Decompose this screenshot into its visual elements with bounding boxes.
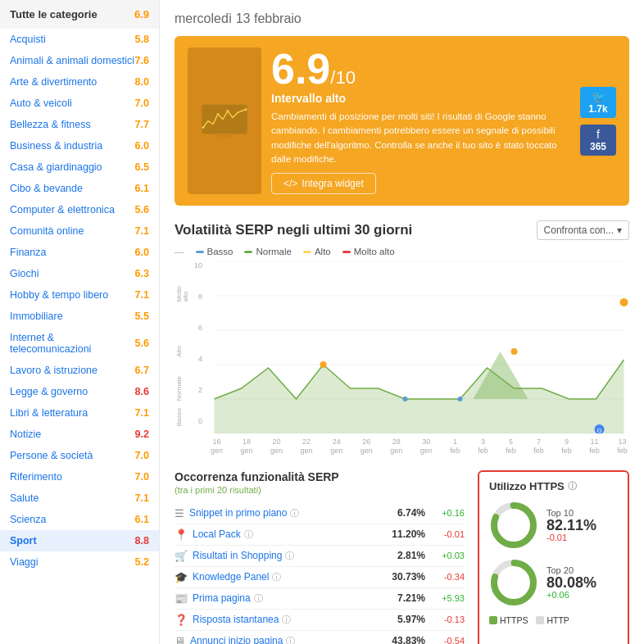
sidebar-item-24[interactable]: Viaggi5.2: [0, 551, 159, 573]
https-box: Utilizzo HTTPS ⓘ Top 10 82.11% -0.01: [478, 470, 629, 644]
https-dot: [489, 616, 497, 624]
twitter-box: 🐦 1.7k: [580, 87, 616, 118]
sidebar-item-score-15: 6.7: [135, 365, 149, 376]
serp-info-icon-5[interactable]: ⓘ: [282, 614, 291, 626]
integrate-widget-button[interactable]: </> Integra widget: [271, 173, 376, 194]
sidebar-item-10[interactable]: Finanza6.0: [0, 242, 159, 263]
y-label-8: 8: [198, 293, 202, 301]
compare-dropdown[interactable]: Confronta con... ▾: [537, 220, 629, 240]
top20-delta: +0.06: [546, 590, 596, 600]
sidebar-item-label-5: Business & industria: [10, 140, 102, 152]
svg-rect-6: [220, 136, 229, 138]
sidebar: Tutte le categorie 6.9 Acquisti5.8Animal…: [0, 0, 160, 644]
facebook-icon: f: [587, 128, 610, 141]
svg-rect-0: [202, 104, 247, 134]
serp-row-name-1[interactable]: Local Pack ⓘ: [193, 528, 375, 541]
sidebar-item-label-15: Lavoro & istruzione: [10, 365, 98, 376]
serp-info-icon-0[interactable]: ⓘ: [290, 507, 299, 519]
score-description: Cambiamenti di posizione per molti siti!…: [271, 110, 570, 166]
sidebar-item-15[interactable]: Lavoro & istruzione6.7: [0, 360, 159, 381]
score-card-main: 6.9/10 Intervallo alto Cambiamenti di po…: [271, 48, 570, 194]
sidebar-item-19[interactable]: Persone & società7.0: [0, 445, 159, 466]
sidebar-item-12[interactable]: Hobby & tempo libero7.1: [0, 284, 159, 306]
sidebar-item-3[interactable]: Auto & veicoli7.0: [0, 93, 159, 114]
sidebar-item-8[interactable]: Computer & elettronica5.6: [0, 199, 159, 220]
sidebar-item-4[interactable]: Bellezza & fitness7.7: [0, 114, 159, 135]
sidebar-item-score-11: 6.3: [135, 268, 149, 279]
sidebar-item-23[interactable]: Sport8.8: [0, 530, 159, 551]
serp-info-icon-6[interactable]: ⓘ: [286, 635, 295, 644]
svg-point-4: [245, 108, 247, 111]
serp-delta-6: -0.54: [430, 636, 465, 644]
serp-row-name-2[interactable]: Risultati in Shopping ⓘ: [193, 550, 375, 562]
sidebar-item-14[interactable]: Internet & telecomunicazioni5.6: [0, 327, 159, 360]
sidebar-item-2[interactable]: Arte & divertimento8.0: [0, 71, 159, 93]
chart-svg: G: [209, 261, 629, 433]
sidebar-item-score-3: 7.0: [135, 98, 149, 109]
legend-molto-alto-dot: [342, 251, 351, 253]
serp-row-name-4[interactable]: Prima pagina ⓘ: [193, 592, 375, 605]
serp-info-icon-1[interactable]: ⓘ: [244, 528, 253, 541]
sidebar-item-18[interactable]: Notizie9.2: [0, 424, 159, 445]
sidebar-item-label-18: Notizie: [10, 429, 41, 440]
serp-delta-5: -0.13: [430, 615, 465, 624]
legend-molto-alto: Molto alto: [342, 247, 395, 256]
sidebar-item-score-8: 5.6: [135, 204, 149, 215]
serp-row-name-3[interactable]: Knowledge Panel ⓘ: [193, 571, 375, 583]
serp-pct-2: 2.81%: [380, 550, 425, 561]
sidebar-item-label-22: Scienza: [10, 514, 46, 525]
sidebar-item-22[interactable]: Scienza6.1: [0, 509, 159, 530]
serp-row-name-5[interactable]: Risposta istantanea ⓘ: [193, 614, 375, 626]
sidebar-item-6[interactable]: Casa & giardinaggio6.5: [0, 156, 159, 178]
sidebar-item-score-19: 7.0: [135, 450, 149, 461]
x-label-9feb: 9feb: [561, 438, 572, 456]
serp-icon-1: 📍: [175, 528, 188, 541]
sidebar-item-0[interactable]: Acquisti5.8: [0, 29, 159, 50]
serp-info-icon-4[interactable]: ⓘ: [254, 592, 263, 605]
serp-icon-5: ❓: [175, 614, 188, 626]
sidebar-item-20[interactable]: Riferimento7.0: [0, 466, 159, 488]
sidebar-title[interactable]: Tutte le categorie 6.9: [0, 0, 159, 29]
serp-icon-6: 🖥: [175, 635, 185, 644]
sidebar-item-13[interactable]: Immobiliare5.5: [0, 306, 159, 327]
serp-row-name-6[interactable]: Annunci inizio pagina ⓘ: [190, 635, 375, 644]
sidebar-item-7[interactable]: Cibo & bevande6.1: [0, 178, 159, 199]
sidebar-item-21[interactable]: Salute7.1: [0, 488, 159, 509]
sidebar-item-11[interactable]: Giochi6.3: [0, 263, 159, 284]
svg-text:G: G: [597, 427, 602, 433]
sidebar-item-score-0: 5.8: [135, 34, 149, 45]
serp-row-6: 🖥 Annunci inizio pagina ⓘ 43.83% -0.54: [175, 631, 465, 644]
sidebar-item-17[interactable]: Libri & letteratura7.1: [0, 402, 159, 424]
y-axis-alto: Alto: [176, 346, 183, 357]
y-axis-basso: Basso: [176, 408, 183, 426]
serp-info-icon-2[interactable]: ⓘ: [285, 550, 294, 562]
sidebar-item-score-1: 7.6: [135, 55, 149, 66]
legend-normale-dot: [244, 251, 252, 253]
serp-features-subtitle: (tra i primi 20 risultati): [175, 485, 465, 495]
https-info-icon[interactable]: ⓘ: [568, 480, 577, 492]
legend-alto-label: Alto: [315, 247, 331, 256]
top10-delta: -0.01: [546, 533, 596, 542]
serp-icon-3: 🎓: [175, 571, 188, 583]
sidebar-item-label-14: Internet & telecomunicazioni: [10, 332, 135, 355]
serp-row-name-0[interactable]: Snippet in primo piano ⓘ: [189, 507, 375, 519]
svg-point-18: [620, 298, 628, 306]
sidebar-all-categories-label: Tutte le categorie: [10, 8, 98, 20]
main-score: 6.9: [271, 48, 330, 90]
sidebar-item-label-12: Hobby & tempo libero: [10, 289, 108, 301]
sidebar-item-16[interactable]: Legge & governo8.6: [0, 381, 159, 402]
serp-features-title: Occorrenza funzionalità SERP: [175, 470, 465, 483]
chart-title: Volatilità SERP negli ultimi 30 giorni: [175, 222, 412, 238]
sidebar-item-label-16: Legge & governo: [10, 386, 88, 397]
sidebar-item-9[interactable]: Comunità online7.1: [0, 220, 159, 242]
sidebar-item-1[interactable]: Animali & animali domestici7.6: [0, 50, 159, 71]
compare-label: Confronta con...: [544, 224, 614, 236]
code-icon: </>: [283, 178, 297, 189]
serp-row-2: 🛒 Risultati in Shopping ⓘ 2.81% +0.03: [175, 546, 465, 567]
serp-info-icon-3[interactable]: ⓘ: [272, 571, 281, 583]
legend-normale-label: Normale: [256, 247, 291, 256]
sidebar-item-5[interactable]: Business & industria6.0: [0, 135, 159, 156]
chart-area: 10 8 6 4 2 0 Moltoalto Alto Normale Ba: [175, 261, 629, 456]
http-dot: [536, 616, 544, 624]
chart-header: Volatilità SERP negli ultimi 30 giorni C…: [175, 220, 629, 240]
